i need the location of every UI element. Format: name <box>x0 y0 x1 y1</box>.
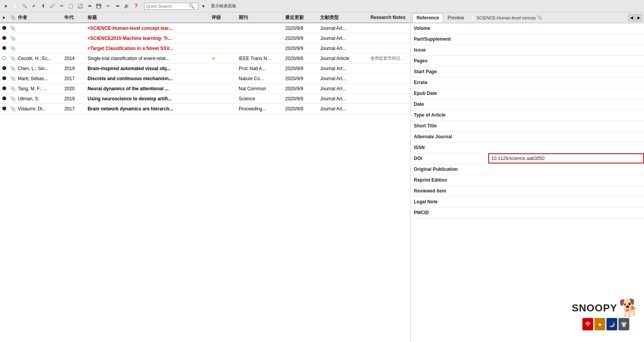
field-value-errata[interactable] <box>488 77 644 82</box>
field-value-origpub[interactable] <box>488 164 644 169</box>
row-year: 2017 <box>63 106 86 112</box>
attachment-icon[interactable]: 📎 <box>537 15 542 20</box>
doc-title-tab: 📄 SCIENCE-Human-level concep 📎 <box>468 14 545 21</box>
toolbar-btn-8[interactable]: 🔄 <box>76 2 84 10</box>
toolbar-btn-6[interactable]: ✏ <box>57 2 66 10</box>
field-value-issue[interactable] <box>488 45 644 50</box>
row-journal: IEEE Trans N... <box>237 56 284 61</box>
row-journal: Proc Natl A... <box>237 66 284 71</box>
row-type: Journal Art... <box>319 96 369 101</box>
table-row[interactable]: 📎 Ullman, S. 2019 Using neuroscience to … <box>0 94 410 104</box>
search-dropdown-btn[interactable]: ▼ <box>199 2 208 10</box>
toolbar-btn-5[interactable]: 🔎 <box>48 2 57 10</box>
row-title: Brain-inspired automated visual obj... <box>86 66 210 71</box>
row-type: Journal Art... <box>319 66 369 71</box>
field-label-epub: Epub Date <box>411 88 488 98</box>
col-type[interactable]: 文献类型 <box>319 14 369 21</box>
toolbar-btn-9[interactable]: ➡ <box>85 2 94 10</box>
field-label-articletype: Type of Article <box>411 110 488 120</box>
table-row[interactable]: 📎 Chen, L.; Sin... 2019 Brain-inspired a… <box>0 64 410 74</box>
toolbar-btn-13[interactable]: 🔊 <box>122 2 131 10</box>
row-type: Journal Art... <box>319 36 369 41</box>
table-row[interactable]: 📎 <Target Classification in a Novel SSV.… <box>0 43 410 53</box>
field-value-epub[interactable] <box>488 88 644 93</box>
table-row[interactable]: 📎 <SCIENCE-Human-level concept lear... 2… <box>0 23 410 33</box>
toolbar-btn-14[interactable]: ❓ <box>132 2 140 10</box>
snoopy-figure-icon: 🐕 <box>619 299 640 316</box>
tab-preview[interactable]: Preview <box>443 13 468 22</box>
row-journal: Nature Co... <box>237 76 284 81</box>
table-row[interactable]: 📎 <SCIENCE2015-Machine learning- Tr... 2… <box>0 33 410 43</box>
field-value-altjournal[interactable] <box>488 132 644 136</box>
row-type: Journal Art... <box>319 26 369 31</box>
tab-prev-btn[interactable]: ◀ <box>628 14 635 21</box>
col-title[interactable]: 标题 <box>86 14 210 21</box>
field-value-pmcid[interactable] <box>488 208 644 212</box>
row-updated: 2020/9/9 <box>284 26 319 31</box>
row-clip: 📎 <box>9 106 16 112</box>
row-title: Brain network dynamics are hierarch... <box>86 106 210 112</box>
field-label-reviewed: Reviewed Item <box>411 186 488 196</box>
row-title: Neural dynamics of the attentional ... <box>86 86 210 91</box>
toolbar-btn-4[interactable]: ⬆ <box>39 2 47 10</box>
col-status: ● <box>1 15 9 20</box>
field-row-doi: DOI 10.1126/science.aab3050 <box>411 153 644 164</box>
field-value-volume[interactable] <box>488 23 644 28</box>
row-clip: 📎 <box>9 76 16 81</box>
toolbar-btn-10[interactable]: 💾 <box>95 2 103 10</box>
row-updated: 2020/9/9 <box>284 76 319 81</box>
row-type: Journal Art... <box>319 46 369 51</box>
toolbar-btn-11[interactable]: ↩ <box>104 2 112 10</box>
table-row[interactable]: 📎 Marti, Sébas... 2017 Discrete and cont… <box>0 74 410 84</box>
row-clip: 📎 <box>9 56 16 61</box>
row-updated: 2020/9/6 <box>284 56 319 61</box>
col-updated[interactable]: 最近更新 <box>284 14 319 21</box>
field-row-errata: Errata <box>411 77 644 88</box>
field-label-pages: Pages <box>411 56 488 66</box>
field-value-issn[interactable] <box>488 143 644 147</box>
row-clip: 📎 <box>9 96 16 101</box>
toolbar-btn-3[interactable]: ✔ <box>29 2 38 10</box>
row-updated: 2020/9/9 <box>284 46 319 51</box>
tab-next-btn[interactable]: ▶ <box>635 14 642 21</box>
col-rating[interactable]: 评级 <box>210 14 237 21</box>
snoopy-card-1: 中 <box>582 318 593 330</box>
search-box[interactable]: 🔍 <box>144 3 198 10</box>
toolbar-dropdown[interactable]: ▼ <box>2 2 10 10</box>
row-status <box>1 76 9 81</box>
field-row-pages: Pages <box>411 56 644 67</box>
col-year[interactable]: 年代 <box>63 14 86 21</box>
toolbar-btn-1[interactable]: 📄 <box>11 2 19 10</box>
row-updated: 2020/9/9 <box>284 106 319 112</box>
col-author[interactable]: 作者 <box>16 14 63 21</box>
field-label-altjournal: Alternate Journal <box>411 132 488 142</box>
search-input[interactable] <box>146 4 189 9</box>
table-row[interactable]: 📎 Tang, M. F.; ... 2020 Neural dynamics … <box>0 84 410 94</box>
field-value-legal[interactable] <box>488 197 644 201</box>
field-row-issn: ISSN <box>411 143 644 153</box>
row-notes: 使用监督空间过滤的快速串行视... <box>369 55 410 61</box>
field-value-part[interactable] <box>488 34 644 39</box>
field-value-pages[interactable] <box>488 56 644 60</box>
field-value-shorttitle[interactable] <box>488 121 644 125</box>
field-row-reprint: Reprint Edition <box>411 175 644 186</box>
main-layout: ● 📎 作者 年代 标题 评级 期刊 最近更新 文献类型 Research No… <box>0 12 644 342</box>
table-header: ● 📎 作者 年代 标题 评级 期刊 最近更新 文献类型 Research No… <box>0 12 410 23</box>
field-value-reprint[interactable] <box>488 175 644 180</box>
table-row[interactable]: 📎 Vidaurre, Di... 2017 Brain network dyn… <box>0 104 410 114</box>
tab-reference[interactable]: Reference <box>412 13 443 22</box>
table-row[interactable]: 📎 Cecotti, H.; Ec... 2014 Single-trial c… <box>0 53 410 64</box>
toolbar-btn-2[interactable]: 🔍 <box>20 2 29 10</box>
field-value-articletype[interactable] <box>488 110 644 115</box>
field-value-date[interactable] <box>488 99 644 104</box>
col-journal[interactable]: 期刊 <box>237 14 284 21</box>
field-value-reviewed[interactable] <box>488 186 644 191</box>
row-author: Ullman, S. <box>16 96 63 101</box>
field-value-doi[interactable]: 10.1126/science.aab3050 <box>488 153 644 163</box>
field-value-startpage[interactable] <box>488 67 644 71</box>
field-label-issue: Issue <box>411 45 488 55</box>
toolbar-btn-7[interactable]: 📋 <box>67 2 75 10</box>
row-status <box>1 56 9 61</box>
col-notes[interactable]: Research Notes <box>369 15 410 20</box>
toolbar-btn-12[interactable]: ➡ <box>113 2 122 10</box>
